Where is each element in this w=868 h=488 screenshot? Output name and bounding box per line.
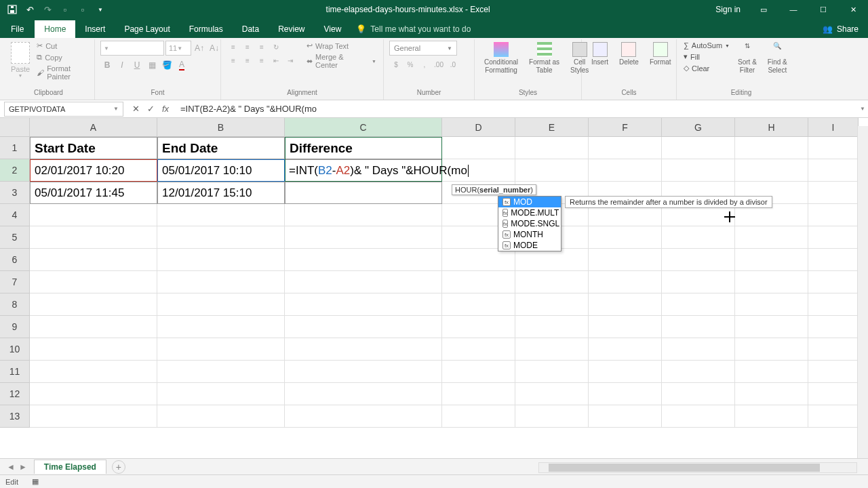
- dec-decimal-icon[interactable]: .0: [446, 58, 460, 70]
- col-header[interactable]: E: [515, 118, 589, 137]
- cell[interactable]: [662, 293, 735, 316]
- row-header[interactable]: 6: [0, 249, 30, 271]
- cell[interactable]: [662, 271, 735, 293]
- tab-insert[interactable]: Insert: [75, 20, 115, 38]
- font-size-select[interactable]: 11▼: [165, 41, 191, 56]
- format-painter-button[interactable]: 🖌Format Painter: [35, 64, 89, 81]
- wrap-text-button[interactable]: ↩Wrap Text: [305, 41, 378, 51]
- cell[interactable]: [735, 137, 808, 159]
- autocomplete-item[interactable]: fxMODE.MULT: [498, 207, 561, 218]
- cell[interactable]: [442, 405, 515, 428]
- underline-button[interactable]: U: [130, 58, 144, 72]
- align-left-icon[interactable]: ≡: [226, 54, 240, 66]
- cell[interactable]: [442, 361, 515, 383]
- indent-inc-icon[interactable]: ⇥: [283, 54, 297, 66]
- cell[interactable]: [157, 293, 285, 316]
- fill-color-button[interactable]: 🪣: [160, 58, 174, 72]
- grow-font-icon[interactable]: A↑: [193, 41, 206, 55]
- cell[interactable]: Difference: [285, 137, 442, 159]
- row-header[interactable]: 1: [0, 137, 30, 159]
- cell[interactable]: [285, 249, 442, 271]
- conditional-formatting-button[interactable]: Conditional Formatting: [480, 41, 522, 76]
- cell[interactable]: [589, 249, 662, 271]
- ribbon-display-icon[interactable]: ▭: [749, 0, 778, 19]
- row-header[interactable]: 8: [0, 293, 30, 316]
- enter-formula-icon[interactable]: ✓: [144, 104, 157, 114]
- cell[interactable]: [735, 361, 808, 383]
- fill-button[interactable]: ▾Fill: [682, 52, 731, 62]
- tab-home[interactable]: Home: [35, 20, 75, 38]
- cancel-formula-icon[interactable]: ✕: [129, 104, 142, 114]
- cell[interactable]: [589, 226, 662, 249]
- cut-button[interactable]: ✂Cut: [35, 41, 89, 51]
- shrink-font-icon[interactable]: A↓: [208, 41, 221, 55]
- cell[interactable]: [30, 383, 157, 405]
- cell[interactable]: [808, 361, 859, 383]
- copy-button[interactable]: ⧉Copy: [35, 52, 89, 62]
- cell[interactable]: [808, 316, 859, 338]
- cell[interactable]: [285, 383, 442, 405]
- col-header[interactable]: I: [808, 118, 859, 137]
- font-family-select[interactable]: ▼: [100, 41, 164, 56]
- row-header[interactable]: 9: [0, 316, 30, 338]
- cell[interactable]: [285, 361, 442, 383]
- save-icon[interactable]: [4, 2, 20, 17]
- cell[interactable]: [30, 361, 157, 383]
- cell[interactable]: [157, 316, 285, 338]
- row-header[interactable]: 2: [0, 159, 30, 182]
- insert-cells-button[interactable]: Insert: [587, 41, 612, 68]
- add-sheet-button[interactable]: +: [112, 460, 125, 474]
- cell[interactable]: [515, 361, 589, 383]
- paste-button[interactable]: Paste ▼: [8, 41, 33, 79]
- comma-icon[interactable]: ,: [418, 58, 431, 70]
- sheet-tab[interactable]: Time Elapsed: [34, 460, 106, 474]
- cell[interactable]: [808, 137, 859, 159]
- cell[interactable]: [285, 405, 442, 428]
- cell[interactable]: [735, 338, 808, 361]
- align-middle-icon[interactable]: ≡: [241, 41, 254, 53]
- qat-btn[interactable]: ▫: [57, 2, 73, 17]
- redo-icon[interactable]: ↷: [39, 2, 56, 17]
- cell[interactable]: [589, 338, 662, 361]
- tab-review[interactable]: Review: [269, 20, 314, 38]
- cell[interactable]: [808, 338, 859, 361]
- cell[interactable]: [157, 271, 285, 293]
- row-header[interactable]: 10: [0, 338, 30, 361]
- cell[interactable]: [662, 249, 735, 271]
- autocomplete-item[interactable]: fxMODE.SNGL: [498, 218, 561, 229]
- horizontal-scrollbar[interactable]: [538, 462, 857, 473]
- cell[interactable]: [662, 316, 735, 338]
- cell[interactable]: [808, 159, 859, 182]
- macro-record-icon[interactable]: ▦: [32, 477, 39, 486]
- cell[interactable]: [735, 316, 808, 338]
- cell[interactable]: [442, 383, 515, 405]
- autosum-button[interactable]: ∑AutoSum▼: [682, 41, 731, 50]
- col-header[interactable]: A: [30, 118, 157, 137]
- cell[interactable]: [662, 338, 735, 361]
- cell[interactable]: [285, 204, 442, 226]
- cell[interactable]: [157, 226, 285, 249]
- cell[interactable]: [515, 338, 589, 361]
- tab-formulas[interactable]: Formulas: [180, 20, 233, 38]
- col-header[interactable]: H: [735, 118, 808, 137]
- cell[interactable]: [157, 249, 285, 271]
- cell[interactable]: [589, 405, 662, 428]
- italic-button[interactable]: I: [115, 58, 129, 72]
- cell[interactable]: [30, 204, 157, 226]
- cell[interactable]: [442, 271, 515, 293]
- delete-cells-button[interactable]: Delete: [615, 41, 643, 68]
- merge-center-button[interactable]: ⬌Merge & Center▼: [305, 52, 378, 70]
- cell[interactable]: [515, 293, 589, 316]
- name-box[interactable]: GETPIVOTDATA▼: [4, 102, 123, 117]
- col-header[interactable]: G: [662, 118, 735, 137]
- cell[interactable]: [442, 293, 515, 316]
- row-headers[interactable]: 12345678910111213: [0, 137, 30, 428]
- fx-icon[interactable]: fx: [159, 104, 172, 114]
- cell[interactable]: 12/01/2017 15:10: [157, 182, 285, 204]
- close-icon[interactable]: ✕: [838, 0, 868, 19]
- percent-icon[interactable]: %: [403, 58, 417, 70]
- formula-autocomplete[interactable]: fxMODfxMODE.MULTfxMODE.SNGLfxMONTHfxMODE: [498, 196, 561, 251]
- cell[interactable]: [442, 338, 515, 361]
- qat-dropdown-icon[interactable]: ▼: [92, 2, 108, 17]
- font-color-button[interactable]: A: [175, 58, 189, 72]
